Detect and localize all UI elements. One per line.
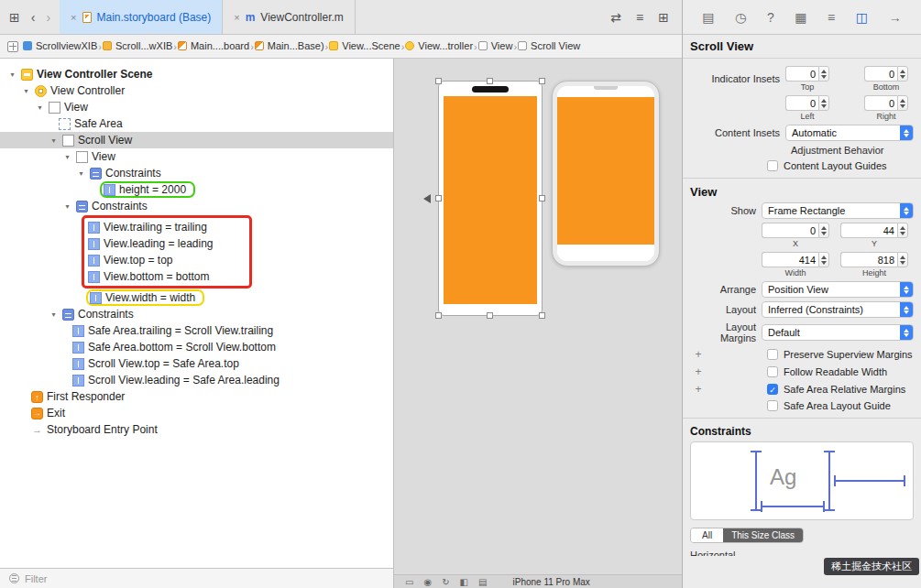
breadcrumb-item-main-board[interactable]: Main....board	[178, 40, 249, 51]
stepper-icon[interactable]	[818, 223, 829, 238]
outline-row-scroll-view-leading-safe-area-leading[interactable]: Scroll View.leading = Safe Area.leading	[0, 372, 393, 388]
constraint-line[interactable]	[834, 480, 905, 482]
field-value[interactable]: 818	[840, 252, 897, 267]
right-field[interactable]: 0	[864, 95, 908, 111]
disclosure-triangle-icon[interactable]: ▾	[49, 136, 59, 145]
outline-row-view-trailing-trailing[interactable]: View.trailing = trailing	[86, 219, 242, 235]
breadcrumb-item-view[interactable]: View	[478, 40, 513, 51]
tab-overview-icon[interactable]: ⊞	[9, 11, 20, 24]
size-inspector-icon[interactable]: ◫	[856, 10, 868, 25]
outline-row-constraints[interactable]: ▾Constraints	[0, 306, 393, 322]
disclosure-triangle-icon[interactable]: ▾	[21, 87, 31, 95]
grid-icon[interactable]: ▤	[478, 577, 487, 587]
identity-inspector-icon[interactable]: ▦	[795, 10, 806, 25]
breadcrumb-item-scroll-view[interactable]: Scroll View	[518, 40, 580, 51]
outline-row-scroll-view[interactable]: ▾Scroll View	[0, 132, 393, 148]
attributes-inspector-icon[interactable]: ≡	[828, 10, 835, 25]
swap-editors-icon[interactable]: ⇄	[610, 11, 621, 24]
layout-margins-popup[interactable]: Default	[762, 324, 914, 341]
arrange-popup[interactable]: Position View	[762, 281, 914, 298]
field-value[interactable]: 0	[785, 95, 818, 111]
storyboard-view-controller[interactable]	[438, 81, 543, 316]
breadcrumb-item-scrollviewxib[interactable]: ScrollviewXIB	[23, 40, 97, 51]
pin-icon[interactable]: ◉	[423, 577, 432, 587]
resize-handle[interactable]	[539, 312, 545, 319]
left-field[interactable]: 0	[785, 95, 829, 111]
disclosure-triangle-icon[interactable]: ▾	[35, 103, 45, 112]
breadcrumb-item-view-troller[interactable]: View...troller	[405, 40, 473, 51]
related-items-icon[interactable]	[7, 41, 18, 52]
add-editor-icon[interactable]: ⊞	[658, 11, 669, 24]
breadcrumb-item-view-scene[interactable]: View...Scene	[329, 40, 400, 51]
content-insets-popup[interactable]: Automatic	[785, 125, 914, 141]
breadcrumb-item-scroll-wxib[interactable]: Scroll...wXIB	[103, 40, 172, 51]
disclosure-triangle-icon[interactable]: ▾	[62, 202, 72, 211]
stepper-icon[interactable]	[897, 66, 908, 82]
content-layout-guides-checkbox[interactable]	[767, 160, 778, 171]
resize-handle[interactable]	[435, 312, 442, 319]
field-value[interactable]: 414	[762, 252, 818, 267]
outline-row-first-responder[interactable]: First Responder	[0, 388, 393, 405]
top-field[interactable]: 0	[785, 66, 829, 82]
close-tab-icon[interactable]: ×	[71, 12, 76, 23]
outline-row-safe-area[interactable]: Safe Area	[0, 115, 393, 132]
field-value[interactable]: 0	[864, 66, 897, 82]
layout-popup[interactable]: Inferred (Constraints)	[762, 301, 914, 318]
stepper-icon[interactable]	[897, 95, 908, 111]
device-label[interactable]: iPhone 11 Pro Max	[512, 577, 589, 587]
bottom-field[interactable]: 0	[864, 66, 908, 82]
outline-row-scroll-view-top-safe-area-top[interactable]: Scroll View.top = Safe Area.top	[0, 355, 393, 372]
width-field[interactable]: 414	[762, 252, 829, 267]
outline-row-view[interactable]: ▾View	[0, 99, 393, 115]
disclosure-triangle-icon[interactable]: ▾	[62, 153, 72, 161]
height-field[interactable]: 818	[840, 252, 908, 267]
filter-all-button[interactable]: All	[691, 528, 723, 542]
follow-readable-width-checkbox[interactable]	[767, 366, 778, 377]
quick-help-inspector-icon[interactable]: ?	[767, 10, 774, 25]
constraint-line[interactable]	[755, 451, 757, 511]
resize-handle[interactable]	[435, 78, 442, 84]
resize-handle[interactable]	[539, 78, 545, 84]
field-value[interactable]: 44	[840, 223, 897, 238]
resize-handle[interactable]	[435, 195, 442, 201]
tab-viewcontroller-m[interactable]: × m ViewController.m	[223, 0, 356, 34]
close-tab-icon[interactable]: ×	[234, 12, 239, 23]
add-variation-icon[interactable]: +	[694, 365, 703, 378]
stepper-icon[interactable]	[897, 252, 908, 267]
constraint-line[interactable]	[828, 451, 830, 511]
outline-row-view-controller[interactable]: ▾View Controller	[0, 82, 393, 99]
outline-row-safe-area-trailing-scroll-view-trailing[interactable]: Safe Area.trailing = Scroll View.trailin…	[0, 322, 393, 339]
history-inspector-icon[interactable]: ◷	[735, 10, 746, 25]
constraint-line[interactable]	[761, 506, 825, 507]
outline-row-view[interactable]: ▾View	[0, 148, 393, 165]
outline-row-storyboard-entry-point[interactable]: Storyboard Entry Point	[0, 421, 393, 438]
field-value[interactable]: 0	[864, 95, 897, 111]
back-icon[interactable]: ‹	[31, 11, 36, 24]
outline-row-constraints[interactable]: ▾Constraints	[0, 198, 393, 214]
tab-main-storyboard[interactable]: × Main.storyboard (Base)	[60, 0, 223, 34]
y-field[interactable]: 44	[840, 223, 908, 238]
editor-options-icon[interactable]: ≡	[636, 11, 643, 24]
disclosure-triangle-icon[interactable]: ▾	[7, 71, 17, 79]
device-icon[interactable]: ▭	[405, 577, 413, 587]
resize-handle[interactable]	[539, 195, 545, 201]
outline-row-view-controller-scene[interactable]: ▾View Controller Scene	[0, 66, 393, 82]
safe-area-relative-margins-checkbox[interactable]	[767, 384, 778, 395]
resize-handle[interactable]	[487, 78, 493, 84]
split-icon[interactable]: ◧	[460, 577, 468, 587]
outline-row-view-leading-leading[interactable]: View.leading = leading	[86, 235, 242, 252]
forward-icon[interactable]: ›	[46, 11, 50, 24]
preserve-superview-margins-checkbox[interactable]	[767, 349, 778, 360]
disclosure-triangle-icon[interactable]: ▾	[49, 310, 59, 319]
add-variation-icon[interactable]: +	[694, 348, 703, 361]
device-preview[interactable]	[552, 81, 660, 267]
field-value[interactable]: 0	[785, 66, 818, 82]
outline-row-view-bottom-bottom[interactable]: View.bottom = bottom	[86, 268, 242, 285]
stepper-icon[interactable]	[818, 95, 829, 111]
show-popup[interactable]: Frame Rectangle	[762, 202, 914, 219]
outline-row-view-width-width[interactable]: View.width = width	[0, 289, 393, 306]
filter-input[interactable]: Filter	[25, 573, 47, 584]
outline-row-exit[interactable]: Exit	[0, 405, 393, 421]
outline-row-safe-area-bottom-scroll-view-bottom[interactable]: Safe Area.bottom = Scroll View.bottom	[0, 339, 393, 355]
file-inspector-icon[interactable]: ▤	[702, 10, 714, 25]
